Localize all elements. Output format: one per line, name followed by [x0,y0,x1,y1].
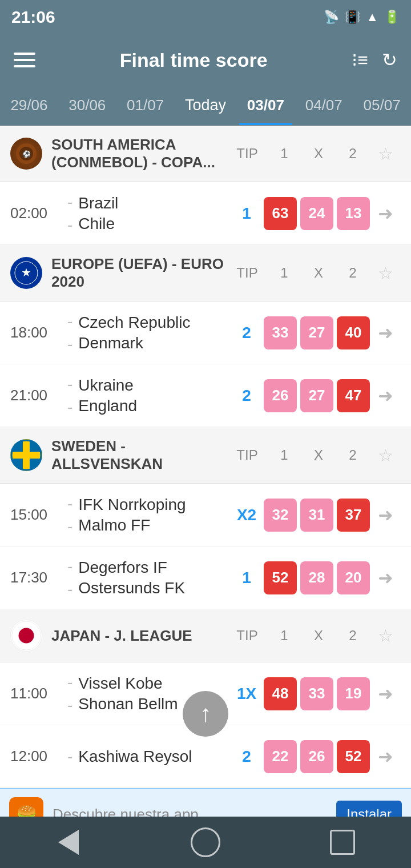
match-time: 02:00 [10,204,67,222]
match-scores: 32 31 37 [264,499,370,532]
match-scores: 33 27 40 [264,316,370,349]
col-x: X [301,146,336,162]
scroll-to-top-button[interactable] [183,691,228,737]
score-3: 20 [337,561,370,594]
match-scores: 52 28 20 [264,561,370,594]
section-name-south-america: SOUTH AMERICA (CONMEBOL) - COPA... [51,136,227,171]
match-norrkoping-malmo: 15:00 - - IFK Norrkoping Malmo FF X2 32 … [0,484,411,546]
score-2: 31 [300,499,333,532]
col-x-2: X [301,265,336,281]
match-sep: - - [67,193,72,234]
nav-back-button[interactable] [46,819,91,865]
col-2-4: 2 [336,628,370,644]
match-teams: Brazil Chile [78,194,229,233]
svg-text:★: ★ [21,266,31,279]
team1: IFK Norrkoping [78,496,229,514]
match-tip: 1 [229,204,264,223]
tab-01-07[interactable]: 01/07 [119,86,172,125]
tab-05-07[interactable]: 05/07 [356,86,409,125]
nav-home-button[interactable] [183,819,228,865]
col-2-2: 2 [336,265,370,281]
score-1: 33 [264,316,297,349]
match-arrow[interactable]: ➜ [370,683,401,705]
match-scores: 26 27 47 [264,379,370,412]
match-teams: Ukraine England [78,376,229,415]
match-scores: 22 26 52 [264,740,370,773]
match-tip: 2 [229,324,264,342]
score-1: 22 [264,740,297,773]
match-arrow[interactable]: ➜ [370,746,401,767]
svg-text:⚽: ⚽ [22,150,31,158]
match-arrow[interactable]: ➜ [370,567,401,589]
tip-label-2: TIP [227,265,267,281]
match-time: 11:00 [10,685,67,702]
score-2: 26 [300,740,333,773]
match-arrow[interactable]: ➜ [370,322,401,344]
section-tip-headers-4: TIP 1 X 2 [227,628,370,644]
team1: Ukraine [78,376,229,395]
section-sweden: SWEDEN - ALLSVENSKAN TIP 1 X 2 ☆ [0,427,411,484]
refresh-icon[interactable]: ↻ [382,49,397,71]
section-japan: JAPAN - J. LEAGUE TIP 1 X 2 ☆ [0,609,411,662]
team1: Kashiwa Reysol [78,748,229,766]
match-scores: 63 24 13 [264,197,370,230]
team1: Vissel Kobe [78,674,229,693]
favorite-star-sweden[interactable]: ☆ [370,445,401,465]
bottom-nav [0,817,411,868]
col-2: 2 [336,146,370,162]
section-name-sweden: SWEDEN - ALLSVENSKAN [51,437,227,473]
match-tip: 1X [229,685,264,703]
score-3: 37 [337,499,370,532]
match-arrow[interactable]: ➜ [370,385,401,407]
league-logo-japan [10,620,42,652]
header-actions: ⁝≡ ↻ [352,49,397,71]
team1: Degerfors IF [78,558,229,577]
tip-label: TIP [227,146,267,162]
tab-04-07[interactable]: 04/07 [297,86,350,125]
favorite-star-south-america[interactable]: ☆ [370,144,401,164]
section-south-america: ⚽ SOUTH AMERICA (CONMEBOL) - COPA... TIP… [0,126,411,182]
col-1-3: 1 [267,447,301,463]
favorite-star-japan[interactable]: ☆ [370,626,401,646]
section-tip-headers-3: TIP 1 X 2 [227,447,370,463]
col-1-4: 1 [267,628,301,644]
section-europe: ★ EUROPE (UEFA) - EURO 2020 TIP 1 X 2 ☆ [0,245,411,302]
section-name-japan: JAPAN - J. LEAGUE [51,627,227,645]
favorite-star-europe[interactable]: ☆ [370,263,401,283]
team2: Malmo FF [78,516,229,535]
tab-03-07[interactable]: 03/07 [239,86,292,125]
section-tip-headers-2: TIP 1 X 2 [227,265,370,281]
score-3: 40 [337,316,370,349]
tab-30-06[interactable]: 30/06 [61,86,114,125]
score-2: 27 [300,379,333,412]
score-3: 19 [337,677,370,710]
back-icon [58,830,79,855]
status-icons: 📡 📳 ▲ 🔋 [324,10,400,25]
score-1: 26 [264,379,297,412]
header: Final time score ⁝≡ ↻ [0,34,411,86]
match-teams: Kashiwa Reysol [78,748,229,766]
match-ukraine-england: 21:00 - - Ukraine England 2 26 27 47 ➜ [0,364,411,427]
tab-today[interactable]: Today [177,86,234,125]
league-logo-south-america: ⚽ [10,138,42,170]
match-time: 12:00 [10,748,67,765]
match-teams: Czech Republic Denmark [78,314,229,352]
match-arrow[interactable]: ➜ [370,203,401,224]
tip-label-4: TIP [227,628,267,644]
match-arrow[interactable]: ➜ [370,504,401,526]
score-2: 24 [300,197,333,230]
home-icon [191,827,220,857]
section-name-europe: EUROPE (UEFA) - EURO 2020 [51,255,227,291]
col-1-2: 1 [267,265,301,281]
match-teams: IFK Norrkoping Malmo FF [78,496,229,535]
list-view-icon[interactable]: ⁝≡ [352,49,368,71]
match-time: 18:00 [10,324,67,341]
match-tip: 1 [229,569,264,587]
match-sep: - - [67,312,72,353]
menu-button[interactable] [14,53,35,67]
match-scores: 48 33 19 [264,677,370,710]
score-3: 47 [337,379,370,412]
tab-29-06[interactable]: 29/06 [2,86,55,125]
score-1: 63 [264,197,297,230]
nav-recents-button[interactable] [320,819,365,865]
